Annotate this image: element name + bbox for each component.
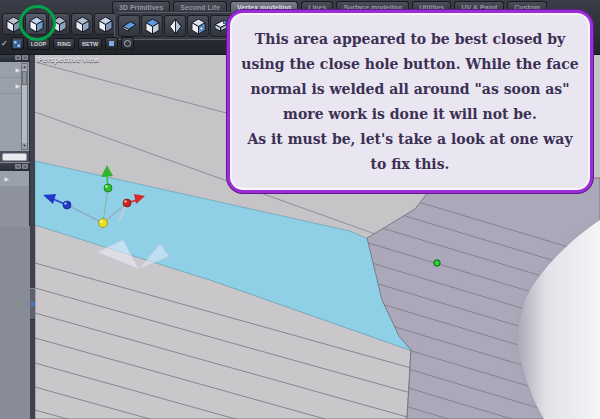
panel-titlebar: ▾ ✕ xyxy=(0,163,29,171)
scroll-thumb[interactable] xyxy=(22,71,27,85)
scroll-up-icon[interactable]: ▲ xyxy=(22,64,27,70)
loop-button[interactable]: LOOP xyxy=(27,38,51,50)
close-icon[interactable]: ✕ xyxy=(22,164,28,169)
face-cube-icon[interactable] xyxy=(187,15,209,37)
half-cube-icon[interactable] xyxy=(141,15,163,37)
ball-highlight xyxy=(64,202,66,204)
panel-body xyxy=(0,187,29,227)
sphere-icon[interactable] xyxy=(164,15,186,37)
panel-footer xyxy=(0,151,29,162)
panel-scrollbar[interactable]: ▲ ▼ xyxy=(21,63,28,150)
cube-loop-icon[interactable] xyxy=(25,13,47,35)
selected-vertex[interactable] xyxy=(434,260,440,266)
panel-row[interactable]: ▶ xyxy=(0,171,29,187)
play-arrow-icon[interactable]: ▶ xyxy=(15,82,20,89)
properties-panel: ▾ ✕ ▶ ▶ ▲ ▼ xyxy=(0,54,30,162)
callout-line: more work is done it will not be. xyxy=(236,102,584,127)
callout-line: As it must be, let's take a look at one … xyxy=(236,127,584,152)
tool-panel: ▾ ✕ ▶ xyxy=(0,163,30,226)
collapse-icon[interactable]: ▾ xyxy=(15,55,21,60)
callout-line: to fix this. xyxy=(236,152,584,177)
callout-line: using the close hole button. While the f… xyxy=(236,52,584,77)
cube-ring-icon[interactable] xyxy=(48,13,70,35)
check-icon[interactable]: ✓ xyxy=(1,39,8,49)
tutorial-callout: This area appeared to be best closed by … xyxy=(227,10,593,193)
cube-select-icon[interactable] xyxy=(2,13,24,35)
viewport-title: Perspective view xyxy=(38,56,99,63)
y-axis-ball[interactable] xyxy=(104,184,112,192)
panel-titlebar: ▾ ✕ xyxy=(0,54,29,62)
handle-dot-icon xyxy=(31,302,34,306)
selection-mode-group xyxy=(2,13,116,35)
ball-highlight xyxy=(100,220,103,223)
z-axis-ball[interactable] xyxy=(63,201,71,209)
ball-highlight xyxy=(105,185,107,187)
scroll-down-icon[interactable]: ▼ xyxy=(22,143,27,149)
square-select-icon[interactable] xyxy=(105,37,118,50)
plane-icon[interactable] xyxy=(118,15,140,37)
cube-between-icon[interactable] xyxy=(71,13,93,35)
cube-border-icon[interactable] xyxy=(94,13,116,35)
ball-highlight xyxy=(124,200,126,202)
play-arrow-icon[interactable]: ▶ xyxy=(15,66,20,73)
left-dock: ▾ ✕ ▶ ▶ ▲ ▼ ▾ ✕ ▶ xyxy=(0,54,35,419)
ring-button[interactable]: RING xyxy=(53,38,75,50)
circle-select-icon[interactable] xyxy=(121,37,134,50)
application-window: 3D Primitives Second Life Vertex modelin… xyxy=(0,0,600,419)
close-icon[interactable]: ✕ xyxy=(22,55,28,60)
callout-line: normal is welded all around "as soon as" xyxy=(236,77,584,102)
play-arrow-icon[interactable]: ▶ xyxy=(4,175,9,182)
grid-icon[interactable] xyxy=(11,37,24,50)
x-axis-ball[interactable] xyxy=(123,199,131,207)
gizmo-center-ball[interactable] xyxy=(99,219,108,228)
panel-input[interactable] xyxy=(2,153,27,161)
callout-line: This area appeared to be best closed by xyxy=(236,27,584,52)
collapse-icon[interactable]: ▾ xyxy=(15,164,21,169)
selection-options-row: ✓ LOOP RING BETW xyxy=(1,37,134,50)
between-button[interactable]: BETW xyxy=(78,38,102,50)
